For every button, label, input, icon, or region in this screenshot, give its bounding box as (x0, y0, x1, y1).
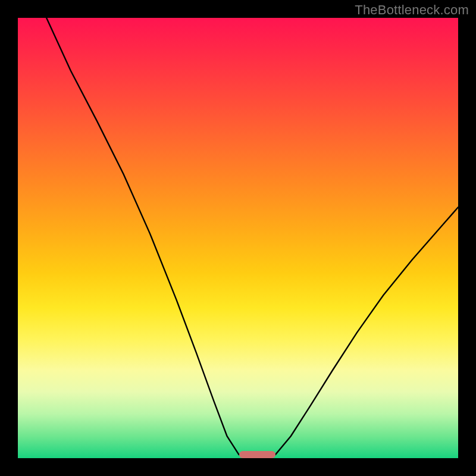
curve-path (46, 18, 458, 455)
bottleneck-curve (18, 18, 458, 458)
chart-frame: TheBottleneck.com (0, 0, 476, 476)
optimum-marker (239, 451, 275, 458)
watermark-text: TheBottleneck.com (355, 2, 469, 18)
plot-area (18, 18, 458, 458)
